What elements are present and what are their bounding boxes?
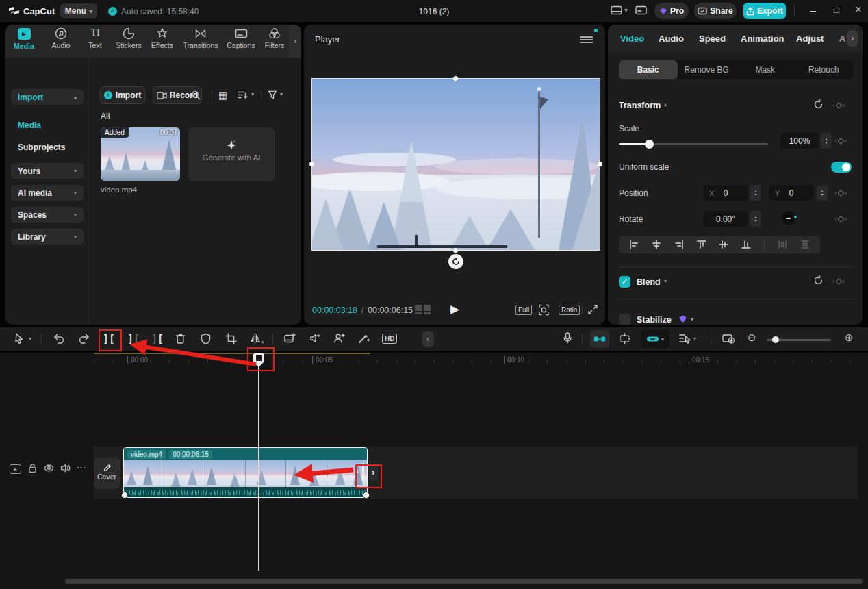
- zoom-out-icon[interactable]: ⊖: [748, 331, 756, 344]
- close-button[interactable]: ×: [852, 3, 865, 16]
- sidebar-item-yours[interactable]: Yours ▾: [11, 163, 84, 179]
- sidebar-item-ai-media[interactable]: AI media ▾: [11, 185, 84, 201]
- sidebar-item-library[interactable]: Library ▾: [11, 229, 84, 245]
- selection-handle[interactable]: [309, 162, 314, 166]
- filter-chevron-icon[interactable]: ▾: [280, 91, 283, 97]
- player-menu-icon[interactable]: [580, 35, 593, 45]
- zoom-in-icon[interactable]: ⊕: [845, 331, 854, 344]
- player-layout-icon[interactable]: [611, 5, 623, 16]
- rotate-value-input[interactable]: 0.00°: [704, 211, 748, 227]
- position-x-stepper[interactable]: ▴▾: [750, 185, 761, 201]
- sidebar-item-spaces[interactable]: Spaces ▾: [11, 207, 84, 223]
- full-screen-mode-button[interactable]: Full: [515, 305, 532, 315]
- generate-with-ai-card[interactable]: Generate with AI: [188, 127, 275, 181]
- position-keyframe-control[interactable]: ‹◇›: [834, 188, 848, 197]
- align-center-vertical-icon[interactable]: [719, 240, 728, 249]
- undo-icon[interactable]: [53, 334, 65, 344]
- tabstrip-expand-button[interactable]: ›: [289, 25, 301, 58]
- subtab-remove-bg[interactable]: Remove BG: [678, 60, 737, 79]
- tab-filters[interactable]: Filters: [259, 27, 290, 49]
- crop-icon[interactable]: [225, 333, 237, 344]
- timeline-ruler[interactable]: 00:00 00:05 00:10 00:15: [94, 354, 858, 369]
- lock-icon[interactable]: [28, 463, 37, 473]
- delete-icon[interactable]: [175, 333, 186, 344]
- inspector-tabs-expand-button[interactable]: ›: [847, 30, 858, 47]
- tab-captions[interactable]: Captions: [222, 27, 260, 49]
- media-thumbnail-video[interactable]: Added 00:07: [101, 127, 180, 181]
- blend-keyframe-control[interactable]: ‹◇›: [832, 276, 846, 286]
- transform-section-label[interactable]: Transform: [619, 101, 661, 110]
- hd-icon[interactable]: HD: [382, 334, 397, 344]
- scale-keyframe-control[interactable]: ‹◇›: [834, 136, 848, 145]
- share-button[interactable]: Share: [694, 3, 737, 19]
- transform-reset-icon[interactable]: [813, 99, 824, 110]
- clip-handle-right[interactable]: [363, 492, 370, 499]
- grid-view-icon[interactable]: ▦: [218, 90, 227, 101]
- playhead-line[interactable]: [258, 365, 259, 571]
- tab-audio[interactable]: Audio: [45, 27, 77, 49]
- main-track-icon[interactable]: ▶: [10, 464, 21, 474]
- portrait-enhance-icon[interactable]: [333, 333, 345, 344]
- video-preview[interactable]: [312, 79, 600, 250]
- sidebar-item-media[interactable]: Media: [18, 121, 41, 130]
- split-keep-right-icon[interactable]: ][: [151, 333, 164, 345]
- layout-chevron-icon[interactable]: ▾: [624, 6, 628, 14]
- tab-animation[interactable]: Animation: [741, 34, 784, 44]
- selection-handle[interactable]: [453, 248, 458, 253]
- tab-speed[interactable]: Speed: [699, 34, 726, 44]
- import-media-button[interactable]: + Import: [100, 86, 145, 104]
- transform-keyframe-control[interactable]: ‹◇›: [832, 100, 846, 110]
- toolbar-collapse-button[interactable]: ‹: [422, 331, 434, 347]
- scale-slider[interactable]: [619, 140, 768, 149]
- select-track-mode-icon[interactable]: [679, 333, 691, 344]
- magic-tools-icon[interactable]: [358, 333, 370, 344]
- link-toggle[interactable]: ▾: [641, 330, 669, 348]
- filter-icon[interactable]: [268, 90, 277, 99]
- distribute-horizontal-icon[interactable]: [778, 240, 787, 249]
- mask-icon[interactable]: [201, 333, 211, 344]
- mirror-chevron-icon[interactable]: ▾: [261, 340, 264, 345]
- note-panel-icon[interactable]: [635, 5, 648, 16]
- rotate-handle[interactable]: [448, 254, 463, 269]
- tab-effects[interactable]: Effects: [145, 27, 179, 49]
- tab-media[interactable]: ▶ Media: [11, 28, 37, 50]
- sort-icon[interactable]: [238, 90, 248, 99]
- frame-view-icon[interactable]: [415, 304, 431, 315]
- blend-checkbox[interactable]: ✓: [619, 276, 630, 288]
- mirror-icon[interactable]: [249, 333, 261, 344]
- rotate-keyframe-control[interactable]: ‹◇›: [834, 214, 848, 223]
- cursor-mode-chevron-icon[interactable]: ▾: [29, 336, 31, 342]
- timeline-clip[interactable]: video.mp4 00:00:06:15 ‹: [123, 447, 368, 498]
- align-right-icon[interactable]: [674, 240, 684, 249]
- align-top-icon[interactable]: [697, 240, 706, 249]
- export-frame-icon[interactable]: [284, 333, 296, 344]
- horizontal-scrollbar[interactable]: [65, 579, 863, 584]
- rotate-dial[interactable]: [782, 211, 796, 225]
- subtab-retouch[interactable]: Retouch: [795, 60, 854, 79]
- speaker-icon[interactable]: [60, 464, 71, 473]
- zoom-fit-timeline-icon[interactable]: [722, 333, 735, 344]
- tab-truncated[interactable]: A: [839, 34, 845, 44]
- tab-adjust[interactable]: Adjust: [796, 34, 824, 44]
- preview-axis-icon[interactable]: [618, 333, 631, 344]
- subtab-basic[interactable]: Basic: [619, 60, 678, 79]
- timeline-zoom-slider[interactable]: [767, 337, 831, 342]
- uniform-scale-toggle[interactable]: [831, 162, 852, 173]
- pro-button[interactable]: Pro: [654, 3, 689, 19]
- tab-stickers[interactable]: Stickers: [111, 27, 146, 49]
- sort-chevron-icon[interactable]: ▾: [251, 91, 254, 97]
- transform-collapse-icon[interactable]: ▴: [664, 101, 667, 108]
- tab-video[interactable]: Video: [620, 34, 644, 44]
- rotate-stepper[interactable]: ▴▾: [750, 211, 761, 227]
- search-icon[interactable]: [191, 90, 201, 100]
- position-y-stepper[interactable]: ▴▾: [817, 185, 828, 201]
- align-center-horizontal-icon[interactable]: [652, 240, 661, 249]
- cover-button[interactable]: Cover: [94, 458, 120, 489]
- ratio-button[interactable]: Ratio: [559, 305, 580, 315]
- stabilize-label[interactable]: Stabilize: [637, 315, 672, 325]
- select-cursor-icon[interactable]: [14, 333, 25, 344]
- selection-handle[interactable]: [453, 76, 458, 81]
- position-x-input[interactable]: X 0: [704, 185, 748, 201]
- align-left-icon[interactable]: [629, 240, 639, 249]
- tab-text[interactable]: TI Text: [81, 27, 110, 49]
